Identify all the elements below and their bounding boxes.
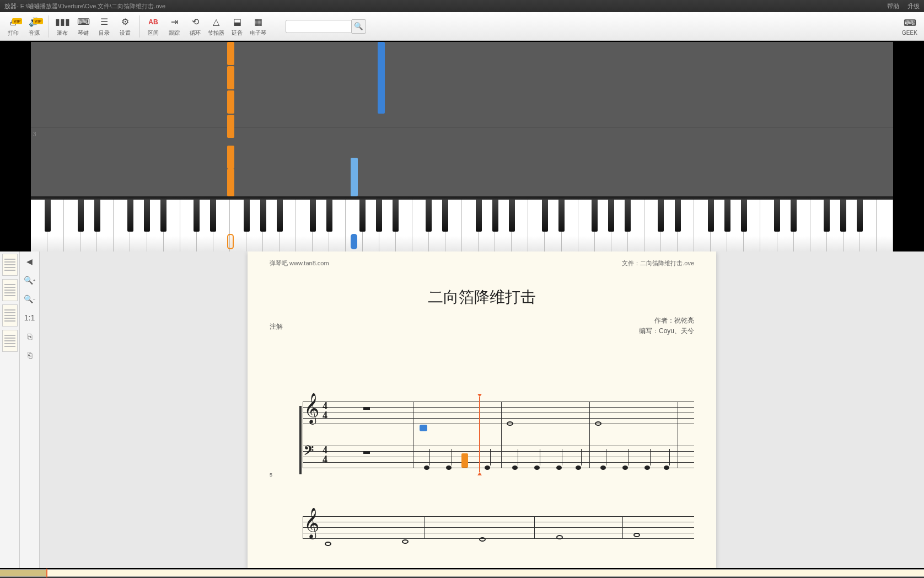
black-key[interactable] — [393, 200, 399, 232]
geek-icon: ⌨ — [903, 17, 916, 29]
page-button[interactable]: ⎗ — [23, 349, 36, 362]
export-button[interactable]: ⎘ — [23, 330, 36, 343]
current-note-treble — [420, 425, 427, 431]
black-key[interactable] — [592, 200, 598, 232]
black-key[interactable] — [658, 200, 664, 232]
black-key[interactable] — [94, 200, 100, 232]
black-key[interactable] — [492, 200, 498, 232]
falling-note — [227, 169, 234, 196]
black-key[interactable] — [442, 200, 448, 232]
thumbnail-page[interactable] — [2, 254, 18, 276]
black-key[interactable] — [210, 200, 216, 232]
zoom-in-button[interactable]: 🔍+ — [23, 274, 36, 287]
falling-note — [227, 42, 234, 65]
black-key[interactable] — [558, 200, 565, 232]
file-path: - E:\蛐蛐播放器\Overture\Ove.文件\二向箔降维打击.ove — [17, 2, 880, 10]
sound-button[interactable]: 🔊VIP 音源 — [24, 13, 44, 40]
upgrade-menu[interactable]: 升级 — [907, 3, 920, 9]
loop-button[interactable]: ⟲ 循环 — [185, 13, 205, 40]
black-key[interactable] — [791, 200, 797, 232]
timeline[interactable] — [0, 569, 924, 577]
black-key[interactable] — [476, 200, 482, 232]
sustain-button[interactable]: ⬓ 延音 — [227, 13, 247, 40]
key-highlight-left — [227, 234, 234, 249]
black-key[interactable] — [724, 200, 730, 232]
key-highlight-right — [351, 234, 357, 249]
thumbnail-page[interactable] — [2, 304, 18, 327]
black-key[interactable] — [144, 200, 150, 232]
black-key[interactable] — [708, 200, 714, 232]
metronome-button[interactable]: △ 节拍器 — [206, 13, 226, 40]
black-key[interactable] — [78, 200, 84, 232]
black-key[interactable] — [675, 200, 681, 232]
black-key[interactable] — [45, 200, 51, 232]
waterfall-icon: ▮▮▮ — [56, 16, 69, 28]
black-key[interactable] — [608, 200, 614, 232]
zoom-out-button[interactable]: 🔍− — [23, 292, 36, 306]
score-scroll[interactable]: 弹琴吧 www.tan8.com 文件：二向箔降维打击.ove 二向箔降维打击 … — [40, 251, 924, 568]
black-key[interactable] — [310, 200, 316, 232]
page-thumbnails[interactable] — [0, 251, 20, 568]
note — [664, 465, 669, 470]
keyboard-panel — [31, 196, 893, 251]
black-key[interactable] — [260, 200, 266, 232]
black-key[interactable] — [127, 200, 133, 232]
geek-button[interactable]: ⌨ GEEK — [900, 13, 920, 40]
black-key[interactable] — [857, 200, 863, 232]
loop-icon: ⟲ — [189, 16, 202, 28]
section-button[interactable]: AB 区间 — [143, 13, 163, 40]
timeline-progress — [0, 570, 46, 576]
note — [576, 465, 581, 470]
black-key[interactable] — [326, 200, 332, 232]
time-signature: 44 — [323, 402, 327, 420]
note — [479, 537, 486, 542]
epiano-button[interactable]: ▦ 电子琴 — [248, 13, 268, 40]
search-input[interactable] — [286, 20, 352, 33]
note — [556, 535, 563, 539]
thumbnail-page[interactable] — [2, 330, 18, 352]
black-key[interactable] — [824, 200, 830, 232]
black-key[interactable] — [160, 200, 166, 232]
black-key[interactable] — [244, 200, 250, 232]
black-key[interactable] — [542, 200, 548, 232]
white-key[interactable] — [877, 200, 893, 251]
waterfall-view[interactable]: 3 ▶ ▶ — [31, 42, 893, 196]
thumbnail-page[interactable] — [2, 279, 18, 301]
titlebar: 放器 - E:\蛐蛐播放器\Overture\Ove.文件\二向箔降维打击.ov… — [0, 0, 924, 12]
black-key[interactable] — [509, 200, 515, 232]
black-key[interactable] — [774, 200, 780, 232]
treble-clef: 𝄞 — [304, 393, 319, 424]
search-box: 🔍 — [286, 19, 366, 34]
note — [402, 539, 409, 544]
help-menu[interactable]: 帮助 — [887, 3, 899, 9]
collapse-button[interactable]: ◀ — [23, 255, 36, 268]
black-key[interactable] — [194, 200, 200, 232]
falling-note — [227, 146, 234, 169]
black-key[interactable] — [741, 200, 747, 232]
search-button[interactable]: 🔍 — [352, 19, 366, 34]
falling-note — [227, 90, 234, 114]
keyboard-icon: ⌨ — [77, 16, 90, 28]
piano-keyboard[interactable] — [31, 199, 893, 251]
metronome-icon: △ — [209, 16, 223, 28]
note — [600, 465, 606, 470]
score-title: 二向箔降维打击 — [270, 287, 694, 308]
black-key[interactable] — [376, 200, 382, 232]
note — [325, 542, 331, 546]
print-button[interactable]: 🖨VIP 打印 — [3, 13, 23, 40]
settings-button[interactable]: ⚙ 设置 — [115, 13, 135, 40]
keys-button[interactable]: ⌨ 琴键 — [73, 13, 93, 40]
black-key[interactable] — [277, 200, 283, 232]
black-key[interactable] — [840, 200, 846, 232]
ab-icon: AB — [147, 16, 160, 28]
fit-button[interactable]: 1:1 — [23, 311, 36, 324]
follow-button[interactable]: ⇥ 跟踪 — [164, 13, 184, 40]
black-key[interactable] — [359, 200, 366, 232]
staff-system: 𝄞 44 𝄢 44 — [270, 396, 694, 484]
waterfall-row-label: 3 — [33, 131, 36, 137]
black-key[interactable] — [426, 200, 432, 232]
black-key[interactable] — [625, 200, 631, 232]
waterfall-button[interactable]: ▮▮▮ 瀑布 — [52, 13, 72, 40]
catalog-button[interactable]: ☰ 目录 — [94, 13, 114, 40]
timeline-cursor[interactable] — [46, 569, 47, 577]
